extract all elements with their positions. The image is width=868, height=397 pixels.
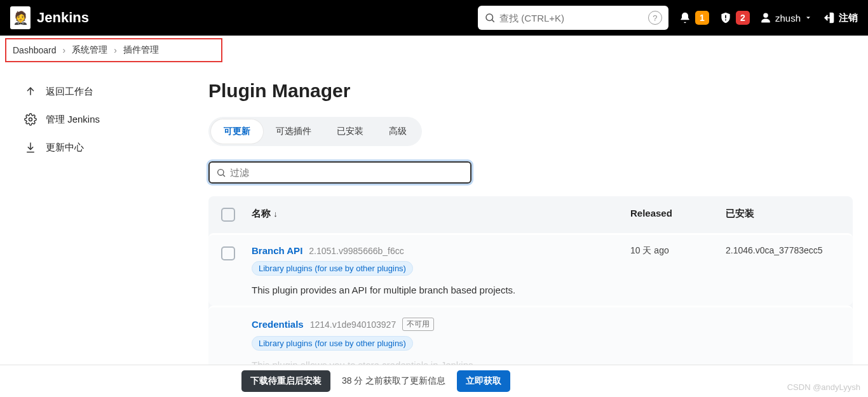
filter-input[interactable] xyxy=(230,167,464,178)
logo-area[interactable]: 🤵 Jenkins xyxy=(10,6,89,29)
shield-alert-icon xyxy=(719,11,732,24)
notification-badge: 1 xyxy=(695,11,709,25)
sidebar-item-label: 返回工作台 xyxy=(46,86,93,98)
alert-badge: 2 xyxy=(736,11,750,25)
tabs: 可更新 可选插件 已安装 高级 xyxy=(208,117,422,146)
tab-advanced[interactable]: 高级 xyxy=(376,119,419,144)
watermark-text: CSDN @andyLyysh xyxy=(787,382,860,392)
crumb-plugins[interactable]: 插件管理 xyxy=(123,44,159,56)
select-all-cell[interactable] xyxy=(221,208,252,222)
released-value: 10 天 ago xyxy=(630,245,726,257)
col-installed[interactable]: 已安装 xyxy=(726,208,840,222)
svg-line-4 xyxy=(223,175,225,177)
col-name[interactable]: 名称 ↓ xyxy=(252,208,630,222)
help-icon[interactable]: ? xyxy=(648,11,662,25)
search-icon xyxy=(484,12,496,24)
checkbox-icon[interactable] xyxy=(221,246,235,260)
installed-value: 2.1046.v0ca_37783ecc5 xyxy=(726,245,840,255)
alerts-button[interactable]: 2 xyxy=(719,11,750,25)
fetch-now-button[interactable]: 立即获取 xyxy=(457,370,510,392)
svg-point-0 xyxy=(486,14,493,21)
jenkins-logo-icon: 🤵 xyxy=(10,6,31,29)
table-header: 名称 ↓ Released 已安装 xyxy=(208,196,853,233)
checkbox-icon[interactable] xyxy=(221,208,235,222)
filter-box[interactable] xyxy=(208,161,471,184)
main-layout: 返回工作台 管理 Jenkins 更新中心 Plugin Manager 可更新… xyxy=(0,62,868,380)
chevron-right-icon: › xyxy=(63,45,66,55)
content-area: Plugin Manager 可更新 可选插件 已安装 高级 名称 ↓ Rele… xyxy=(203,77,868,380)
sidebar-item-manage[interactable]: 管理 Jenkins xyxy=(18,105,192,133)
download-icon xyxy=(24,141,37,154)
brand-name: Jenkins xyxy=(37,10,89,26)
crumb-dashboard[interactable]: Dashboard xyxy=(13,45,57,55)
filter-wrap xyxy=(208,161,853,184)
table-row: Branch API 2.1051.v9985666b_f6cc Library… xyxy=(208,233,853,306)
tab-updates[interactable]: 可更新 xyxy=(211,119,263,144)
search-input[interactable] xyxy=(496,13,648,24)
plugins-table: 名称 ↓ Released 已安装 Branch API 2.1051.v998… xyxy=(208,196,853,380)
bell-icon xyxy=(679,11,691,24)
user-icon xyxy=(760,12,771,24)
user-menu[interactable]: zhush xyxy=(760,12,812,24)
plugin-category-badge[interactable]: Library plugins (for use by other plugin… xyxy=(252,336,413,351)
plugin-category-badge[interactable]: Library plugins (for use by other plugin… xyxy=(252,261,413,276)
row-checkbox-cell[interactable] xyxy=(221,245,252,260)
plugin-name-link[interactable]: Branch API xyxy=(252,245,302,256)
sidebar-item-label: 更新中心 xyxy=(46,142,84,154)
username-label: zhush xyxy=(775,13,801,24)
svg-line-1 xyxy=(492,20,494,22)
global-search[interactable]: ? xyxy=(478,6,668,30)
crumb-manage[interactable]: 系统管理 xyxy=(72,44,107,56)
search-icon xyxy=(216,168,226,178)
top-header: 🤵 Jenkins ? 1 2 zhush 注销 xyxy=(0,0,868,36)
arrow-up-icon xyxy=(24,85,37,98)
notifications-button[interactable]: 1 xyxy=(679,11,709,25)
breadcrumb: Dashboard › 系统管理 › 插件管理 xyxy=(5,38,222,62)
sort-indicator-icon: ↓ xyxy=(273,209,278,219)
page-title: Plugin Manager xyxy=(208,80,853,102)
unavailable-badge: 不可用 xyxy=(402,318,434,331)
plugin-version: 1214.v1de940103927 xyxy=(310,320,396,330)
gear-icon xyxy=(24,113,37,126)
svg-point-3 xyxy=(218,169,224,175)
sidebar-item-update-center[interactable]: 更新中心 xyxy=(18,133,192,161)
sidebar-item-back[interactable]: 返回工作台 xyxy=(18,77,192,105)
plugin-name-link[interactable]: Credentials xyxy=(252,319,304,330)
tab-available[interactable]: 可选插件 xyxy=(263,119,324,144)
sidebar-item-label: 管理 Jenkins xyxy=(46,114,100,126)
svg-point-2 xyxy=(29,118,32,121)
logout-icon xyxy=(822,11,835,24)
plugin-version: 2.1051.v9985666b_f6cc xyxy=(309,246,403,256)
download-restart-button[interactable]: 下载待重启后安装 xyxy=(241,370,330,392)
chevron-down-icon xyxy=(804,14,812,22)
update-info-text: 38 分 之前获取了更新信息 xyxy=(342,375,445,387)
logout-label: 注销 xyxy=(839,12,858,24)
chevron-right-icon: › xyxy=(114,45,117,55)
col-released[interactable]: Released xyxy=(630,208,726,222)
logout-button[interactable]: 注销 xyxy=(822,11,858,24)
tab-installed[interactable]: 已安装 xyxy=(324,119,376,144)
footer-action-bar: 下载待重启后安装 38 分 之前获取了更新信息 立即获取 xyxy=(0,365,868,397)
plugin-description: This plugin provides an API for multiple… xyxy=(252,285,630,295)
sidebar: 返回工作台 管理 Jenkins 更新中心 xyxy=(0,77,203,380)
